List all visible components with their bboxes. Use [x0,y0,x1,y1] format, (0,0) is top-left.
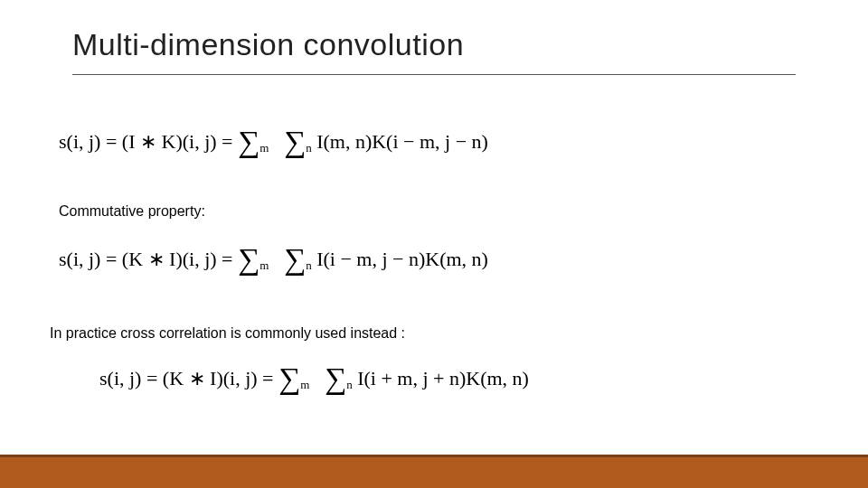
eq1-rhs: I(m, n)K(i − m, j − n) [316,130,488,154]
commutative-label: Commutative property: [59,203,205,220]
footer-bar [0,457,868,488]
sigma-icon: ∑m [238,127,269,157]
sigma-icon: ∑n [284,244,312,275]
eq3-rhs: I(i + m, j + n)K(m, n) [357,367,529,390]
eq2-lhs: s(i, j) = (K ∗ I)(i, j) = [59,248,233,271]
equation-commutative: s(i, j) = (K ∗ I)(i, j) = ∑m ∑n I(i − m,… [59,244,488,275]
equation-convolution: s(i, j) = (I ∗ K)(i, j) = ∑m ∑n I(m, n)K… [59,127,488,157]
title-underline [72,74,796,75]
cross-correlation-label: In practice cross correlation is commonl… [50,325,405,342]
eq2-rhs: I(i − m, j − n)K(m, n) [316,248,488,271]
sigma-icon: ∑m [278,363,309,394]
sigma-icon: ∑n [284,127,312,157]
eq3-lhs: s(i, j) = (K ∗ I)(i, j) = [99,367,274,390]
sigma-icon: ∑m [238,244,269,275]
sigma-icon: ∑n [325,363,353,394]
eq1-lhs: s(i, j) = (I ∗ K)(i, j) = [59,130,233,154]
page-title: Multi-dimension convolution [72,27,464,62]
equation-cross-correlation: s(i, j) = (K ∗ I)(i, j) = ∑m ∑n I(i + m,… [99,363,529,394]
slide: { "title": "Multi-dimension convolution"… [0,0,868,488]
